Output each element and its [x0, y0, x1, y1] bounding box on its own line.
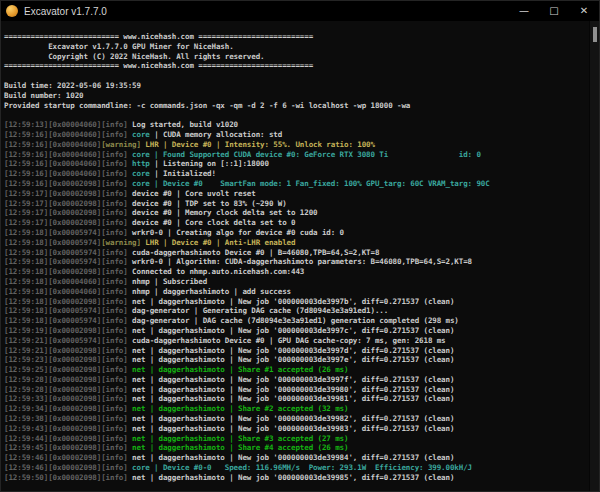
log-line: [12:59:28][0x00002098][info] net | dagge… [4, 375, 589, 385]
log-line: [12:59:50][0x00002098][info] net | dagge… [4, 473, 589, 483]
log-line: [12:59:28][0x00002098][info] net | dagge… [4, 385, 589, 395]
log-line: Copyright (C) 2022 NiceHash. All rights … [4, 52, 589, 62]
log-line: [12:59:18][0x00005974][info] wrkr0-0 | C… [4, 228, 589, 238]
log-line: [12:59:17][0x00002098][info] device #0 |… [4, 208, 589, 218]
log-line: [12:59:25][0x00002098][info] net | dagge… [4, 365, 589, 375]
log-line [4, 71, 589, 81]
log-line: [12:59:18][0x00005974][info] wrkr0-0 | A… [4, 257, 589, 267]
log-line: ========================== www.nicehash.… [4, 32, 589, 42]
window-controls: — □ ✕ [509, 1, 599, 21]
log-line: [12:59:17][0x00002098][info] device #0 |… [4, 218, 589, 228]
log-line: [12:59:43][0x00002098][info] net | dagge… [4, 424, 589, 434]
window-title: Excavator v1.7.7.0 [24, 6, 509, 17]
scrollbar-thumb[interactable] [593, 27, 597, 42]
excavator-app-icon [6, 5, 18, 17]
console-log[interactable]: ========================== www.nicehash.… [1, 21, 589, 491]
log-line: [12:59:18][0x00004060][info] nhmp | dagg… [4, 287, 589, 297]
log-line: [12:59:34][0x00002098][info] net | dagge… [4, 404, 589, 414]
log-line: [12:59:18][0x00004060][info] nhmp | Subs… [4, 277, 589, 287]
vertical-scrollbar[interactable] [589, 21, 599, 491]
log-line: [12:59:44][0x00002098][info] net | dagge… [4, 434, 589, 444]
log-line: [12:59:23][0x00002098][info] net | dagge… [4, 355, 589, 365]
minimize-button[interactable]: — [509, 1, 539, 21]
log-line: Provided startup commandline: -c command… [4, 101, 589, 111]
log-line: [12:59:18][0x00005974][info] cuda-dagger… [4, 248, 589, 258]
log-line: [12:59:18][0x00002098][info] net | dagge… [4, 297, 589, 307]
log-line: [12:59:18][0x00002098][info] Connected t… [4, 267, 589, 277]
console-area: ========================== www.nicehash.… [1, 21, 599, 491]
log-line: [12:59:16][0x00002098][info] core | Devi… [4, 179, 589, 189]
log-line: [12:59:38][0x00002098][info] net | dagge… [4, 414, 589, 424]
log-line: [12:59:33][0x00002098][info] net | dagge… [4, 394, 589, 404]
log-line [4, 110, 589, 120]
log-line: [12:59:16][0x00004060][info] core | Foun… [4, 150, 589, 160]
log-line: [12:59:13][0x00004060][info] Log started… [4, 120, 589, 130]
log-line: [12:59:17][0x00002098][info] device #0 |… [4, 189, 589, 199]
log-line: [12:59:16][0x00004060][warning] LHR | De… [4, 140, 589, 150]
log-line: [12:59:18][0x00005974][info] dag-generat… [4, 316, 589, 326]
log-line: [12:59:17][0x00002098][info] device #0 |… [4, 199, 589, 209]
excavator-console-window: Excavator v1.7.7.0 — □ ✕ ===============… [0, 0, 600, 492]
log-line: [12:59:46][0x00002098][info] core | Devi… [4, 463, 589, 473]
log-line: [12:59:16][0x00004060][info] core | Init… [4, 169, 589, 179]
log-line: [12:59:46][0x00002098][info] net | dagge… [4, 453, 589, 463]
log-line: [12:59:21][0x00002098][info] net | dagge… [4, 346, 589, 356]
maximize-button[interactable]: □ [539, 1, 569, 21]
log-line: [12:59:19][0x00002098][info] net | dagge… [4, 326, 589, 336]
log-line: [12:59:16][0x00004060][info] core | CUDA… [4, 130, 589, 140]
titlebar: Excavator v1.7.7.0 — □ ✕ [1, 1, 599, 21]
log-line: Build time: 2022-05-06 19:35:59 [4, 81, 589, 91]
log-line: ========================== www.nicehash.… [4, 61, 589, 71]
log-line: [12:59:45][0x00002098][info] net | dagge… [4, 443, 589, 453]
log-line: [12:59:18][0x00005974][warning] LHR | De… [4, 238, 589, 248]
log-line: Build number: 1020 [4, 91, 589, 101]
log-line: [12:59:21][0x00005974][info] cuda-dagger… [4, 336, 589, 346]
log-line: [12:59:18][0x00005974][info] dag-generat… [4, 306, 589, 316]
log-line: Excavator v1.7.7.0 GPU Miner for NiceHas… [4, 42, 589, 52]
close-button[interactable]: ✕ [569, 1, 599, 21]
log-line: [12:59:16][0x00004060][info] http | List… [4, 159, 589, 169]
